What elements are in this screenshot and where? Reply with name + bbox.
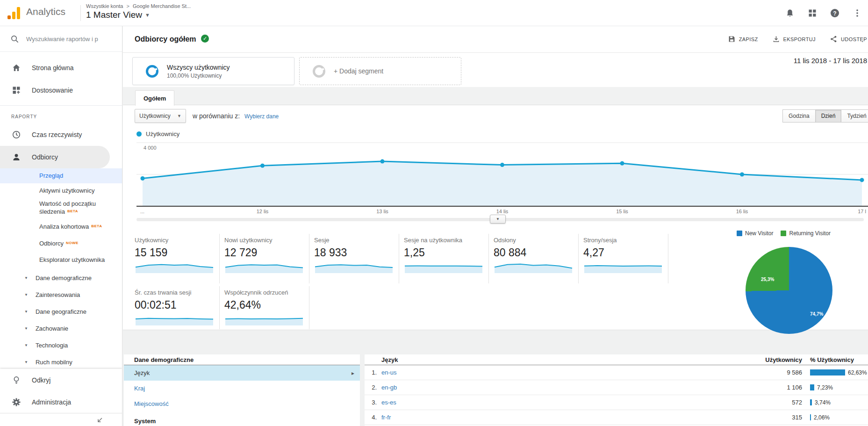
new-visitor-label: New Visitor [745,230,773,237]
action-label: UDOSTĘP [841,36,867,42]
udostep-button[interactable]: UDOSTĘP [830,35,867,44]
demo-row-label[interactable]: Miejscowość [134,400,169,407]
sidebar-item-strona-glowna[interactable]: Strona główna [0,57,122,79]
tag-nowe: NOWE [66,241,79,245]
pct-cell: 62,63% [802,369,868,376]
sidebar-item-administracja[interactable]: Administracja [0,391,122,413]
metric-card-uzytkownicy: Użytkownicy 15 159 [130,234,220,283]
breadcrumb[interactable]: Wszystkie konta > Google Merchandise St.… [86,3,191,9]
language-link[interactable]: es-es [381,399,727,406]
view-selector[interactable]: 1 Master View▼ [86,10,150,20]
returning-visitor-swatch [781,231,786,236]
more-vertical-icon[interactable] [852,8,862,18]
sidebar-item-eksplorator-uzytkownika[interactable]: Eksplorator użytkownika [0,251,122,269]
svg-text:13 lis: 13 lis [376,209,388,214]
sidebar-item-odbiorcy[interactable]: OdbiorcyNOWE [0,236,122,251]
metric-value: 15 159 [135,246,219,259]
chevron-down-icon: ▼ [145,12,150,18]
col-pct-users: % Użytkownicy [802,356,868,363]
sidebar-item-wartosc-od-poczatku-sledzenia[interactable]: Wartość od początku śledzeniaBETA [0,198,122,217]
granularity-godzina[interactable]: Godzina [782,109,816,123]
metric-value: 00:02:51 [135,299,219,311]
search-input[interactable] [26,36,110,43]
chevron-right-icon: ▸ [352,370,354,376]
users-value: 315 [727,414,802,421]
sidebar-item-czas-rzeczywisty[interactable]: Czas rzeczywisty [0,123,122,146]
visitor-type-pie-chart: 25,3% 74,7% [746,247,832,334]
segment-donut-gray-icon [313,65,325,78]
svg-text:15 lis: 15 lis [616,209,628,214]
svg-text:17 l: 17 l [858,209,866,214]
language-link[interactable]: fr-fr [381,414,727,421]
metric-label: Sesje na użytkownika [404,237,488,244]
metric-sparkline [404,259,483,274]
demo-row-label[interactable]: Kraj [134,385,145,392]
metric-value: 80 884 [494,246,578,259]
series-dot-icon [136,131,142,137]
breadcrumb-account[interactable]: Wszystkie konta [86,3,123,9]
sidebar-group-zainteresowania[interactable]: ▼Zainteresowania [0,286,122,303]
granularity-tydzien[interactable]: Tydzień [841,109,868,123]
sidebar-group-label: Dane geograficzne [36,308,86,315]
sidebar-item-odkryj[interactable]: Odkryj [0,369,122,391]
svg-text:12 lis: 12 lis [257,209,269,214]
metric-sparkline [583,259,663,274]
sidebar-item-label: Wartość od początku śledzeniaBETA [39,200,117,216]
metric-select-dropdown[interactable]: Użytkownicy▼ [135,109,186,123]
lightbulb-icon [11,375,22,385]
sidebar-item-odbiorcy[interactable]: Odbiorcy [0,146,110,168]
sidebar-group-label: Dane demograficzne [36,274,92,282]
pct-bar [810,399,812,405]
notifications-icon[interactable] [785,8,795,18]
sidebar-item-przeglad[interactable]: Przegląd [0,168,122,183]
segment-all-users[interactable]: Wszyscy użytkownicy 100,00% Użytkownicy [132,57,294,85]
action-label: ZAPISZ [739,36,758,42]
demo-row-jezyk[interactable]: Język▸ [124,365,360,381]
eksportuj-button[interactable]: EKSPORTUJ [772,35,816,44]
topbar-icons: ? [785,0,862,26]
sidebar-item-analiza-kohortowa[interactable]: Analiza kohortowaBETA [0,217,122,236]
system-section-title: System [124,416,360,426]
lang-row-en-gb: 2. en-gb 1 106 7,23% [365,380,868,395]
language-link[interactable]: en-gb [381,384,727,391]
add-segment-button[interactable]: + Dodaj segment [299,57,461,85]
demo-row-miejscowosc[interactable]: Miejscowość [124,396,360,412]
zapisz-button[interactable]: ZAPISZ [728,35,758,44]
timeline-expander-button[interactable]: ▼ [490,215,506,224]
sidebar-item-label: Przegląd [39,172,63,180]
sidebar-item-label: Strona główna [32,64,74,72]
segment-subtitle: 100,00% Użytkownicy [167,72,230,79]
sidebar-group-ruch-mobilny[interactable]: ▼Ruch mobilny [0,354,122,370]
granularity-buttons: GodzinaDzieńTydzieńMiesią [783,109,868,123]
language-table: Język Użytkownicy % Użytkownicy 1. en-us… [365,354,868,426]
row-rank: 4. [365,414,377,421]
chevron-down-icon: ▼ [24,276,28,280]
compare-select-link[interactable]: Wybierz dane [244,113,279,120]
new-visitor-value: 74,7% [810,311,823,317]
metric-card-sesje-na-uzytkownika: Sesje na użytkownika 1,25 [399,234,489,283]
sidebar-item-aktywni-uzytkownicy[interactable]: Aktywni użytkownicy [0,183,122,198]
sidebar-group-technologia[interactable]: ▼Technologia [0,337,122,354]
sidebar-item-label: Analiza kohortowaBETA [39,223,102,231]
granularity-dzien[interactable]: Dzień [815,109,842,123]
sidebar-group-zachowanie[interactable]: ▼Zachowanie [0,320,122,337]
sidebar-group-dane-geograficzne[interactable]: ▼Dane geograficzne [0,303,122,320]
customize-icon [11,85,22,95]
sidebar-item-dostosowanie[interactable]: Dostosowanie [0,79,122,101]
tab-ogolem[interactable]: Ogółem [135,90,174,106]
demo-row-kraj[interactable]: Kraj [124,381,360,396]
help-icon[interactable]: ? [830,8,840,18]
language-link[interactable]: en-us [381,369,727,376]
collapse-sidebar-icon[interactable] [96,417,104,426]
breadcrumb-property[interactable]: Google Merchandise St... [133,3,191,9]
users-value: 572 [727,399,802,406]
product-name: Analytics [26,6,65,17]
save-icon [728,35,736,44]
sidebar-group-dane-demograficzne[interactable]: ▼Dane demograficzne [0,269,122,286]
metrics-row-2: Śr. czas trwania sesji 00:02:51 Współczy… [130,286,309,329]
apps-grid-icon[interactable] [807,8,818,18]
demo-row-label[interactable]: Język [134,369,150,376]
metric-label: Użytkownicy [135,237,219,244]
date-range-selector[interactable]: 11 lis 2018 - 17 lis 2018 [794,57,867,65]
series-name: Użytkownicy [146,130,179,137]
